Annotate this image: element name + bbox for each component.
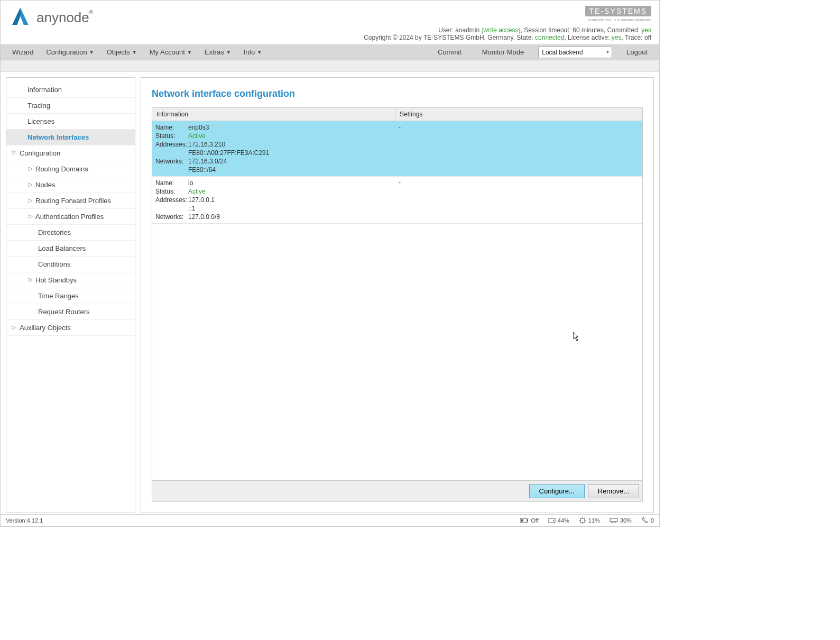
sidebar-load-balancers[interactable]: Load Balancers bbox=[6, 241, 135, 257]
svg-rect-5 bbox=[580, 518, 585, 523]
svg-point-4 bbox=[553, 520, 554, 521]
caret-down-icon: ▼ bbox=[226, 50, 231, 55]
menu-wizard[interactable]: Wizard bbox=[6, 45, 40, 59]
caret-right-icon: ▷ bbox=[29, 181, 33, 187]
caret-down-icon: ▼ bbox=[257, 50, 262, 55]
svg-rect-3 bbox=[549, 518, 555, 523]
sidebar-nodes[interactable]: ▷Nodes bbox=[6, 177, 135, 193]
sidebar-routing-domains[interactable]: ▷Routing Domains bbox=[6, 161, 135, 177]
caret-right-icon: ▷ bbox=[29, 166, 33, 171]
disk-icon bbox=[548, 517, 556, 524]
cell-settings: - bbox=[395, 121, 642, 176]
menu-objects[interactable]: Objects▼ bbox=[100, 45, 143, 59]
menubar: Wizard Configuration▼ Objects▼ My Accoun… bbox=[1, 44, 659, 60]
remove-button[interactable]: Remove... bbox=[588, 484, 639, 498]
page-title: Network interface configuration bbox=[152, 88, 643, 99]
menu-extras[interactable]: Extras▼ bbox=[198, 45, 237, 59]
sidebar-routing-forward-profiles[interactable]: ▷Routing Forward Profiles bbox=[6, 193, 135, 209]
table-row[interactable]: Name:enp0s3Status:ActiveAddresses:172.16… bbox=[152, 121, 642, 177]
user-info-line: User: anadmin (write access), Session ti… bbox=[364, 26, 651, 34]
version-label: Version: bbox=[6, 517, 27, 524]
header: anynode® TE-SYSTEMS competence in e-comm… bbox=[1, 1, 659, 44]
cell-settings: - bbox=[395, 177, 642, 223]
sidebar-request-routers[interactable]: Request Routers bbox=[6, 304, 135, 320]
sidebar-time-ranges[interactable]: Time Ranges bbox=[6, 288, 135, 304]
cell-info: Name:loStatus:ActiveAddresses:127.0.0.1:… bbox=[152, 177, 395, 223]
sidebar-directories[interactable]: Directories bbox=[6, 225, 135, 241]
table-row[interactable]: Name:loStatus:ActiveAddresses:127.0.0.1:… bbox=[152, 177, 642, 224]
sidebar-information[interactable]: Information bbox=[6, 82, 135, 98]
menu-logout[interactable]: Logout bbox=[620, 45, 654, 59]
caret-down-icon: ▼ bbox=[132, 50, 137, 55]
sidebar-network-interfaces[interactable]: Network Interfaces bbox=[6, 130, 135, 145]
sidebar-licenses[interactable]: Licenses bbox=[6, 114, 135, 130]
caret-down-icon: ▽ bbox=[12, 150, 16, 156]
caret-down-icon: ▼ bbox=[187, 50, 192, 55]
table-header: Information Settings bbox=[152, 108, 642, 121]
header-right: TE-SYSTEMS competence in e-communication… bbox=[364, 6, 651, 41]
menu-my-account[interactable]: My Account▼ bbox=[143, 45, 198, 59]
sidebar-hot-standbys[interactable]: ▷Hot Standbys bbox=[6, 272, 135, 288]
footer-disk: 44% bbox=[548, 517, 569, 524]
caret-right-icon: ▷ bbox=[12, 324, 16, 330]
configure-button[interactable]: Configure... bbox=[529, 484, 585, 498]
sidebar: Information Tracing Licenses Network Int… bbox=[6, 77, 135, 513]
logo-icon bbox=[8, 6, 32, 30]
caret-right-icon: ▷ bbox=[29, 213, 33, 219]
footer: Version: 4.12.1 Off 44% 11% 30% 0 bbox=[1, 514, 659, 526]
memory-icon bbox=[610, 518, 618, 523]
menu-monitor-mode[interactable]: Monitor Mode bbox=[476, 45, 530, 59]
backend-select[interactable]: Local backend bbox=[538, 47, 612, 58]
footer-mem: 30% bbox=[610, 517, 632, 524]
interface-table: Information Settings Name:enp0s3Status:A… bbox=[152, 107, 643, 502]
sidebar-auxiliary-objects[interactable]: ▷Auxiliary Objects bbox=[6, 320, 135, 336]
th-information: Information bbox=[152, 108, 395, 121]
version-value: 4.12.1 bbox=[27, 517, 43, 524]
company-badge: TE-SYSTEMS bbox=[585, 6, 651, 16]
caret-right-icon: ▷ bbox=[29, 197, 33, 203]
svg-rect-2 bbox=[521, 519, 523, 522]
battery-icon bbox=[520, 518, 529, 523]
footer-cpu: 11% bbox=[579, 517, 600, 524]
subbar bbox=[1, 60, 659, 72]
caret-right-icon: ▷ bbox=[29, 277, 33, 282]
footer-off: Off bbox=[520, 517, 538, 524]
sidebar-tracing[interactable]: Tracing bbox=[6, 98, 135, 114]
cpu-icon bbox=[579, 517, 586, 524]
caret-down-icon: ▼ bbox=[89, 50, 94, 55]
company-tagline: competence in e-communications bbox=[364, 17, 651, 22]
menu-commit[interactable]: Commit bbox=[431, 45, 468, 59]
sidebar-configuration[interactable]: ▽Configuration bbox=[6, 145, 135, 161]
logo: anynode® bbox=[8, 6, 93, 30]
svg-rect-10 bbox=[610, 518, 617, 522]
table-footer: Configure... Remove... bbox=[152, 480, 642, 501]
menu-configuration[interactable]: Configuration▼ bbox=[40, 45, 100, 59]
menu-info[interactable]: Info▼ bbox=[237, 45, 269, 59]
svg-rect-0 bbox=[520, 518, 527, 523]
th-settings: Settings bbox=[395, 108, 642, 121]
footer-calls: 0 bbox=[641, 517, 654, 524]
main-content: Network interface configuration Informat… bbox=[141, 77, 654, 513]
logo-text: anynode® bbox=[36, 10, 93, 26]
sidebar-authentication-profiles[interactable]: ▷Authentication Profiles bbox=[6, 209, 135, 225]
svg-rect-1 bbox=[527, 519, 528, 522]
sidebar-conditions[interactable]: Conditions bbox=[6, 257, 135, 272]
phone-icon bbox=[641, 517, 649, 524]
cell-info: Name:enp0s3Status:ActiveAddresses:172.16… bbox=[152, 121, 395, 176]
copyright-line: Copyright © 2024 by TE-SYSTEMS GmbH, Ger… bbox=[364, 34, 651, 41]
